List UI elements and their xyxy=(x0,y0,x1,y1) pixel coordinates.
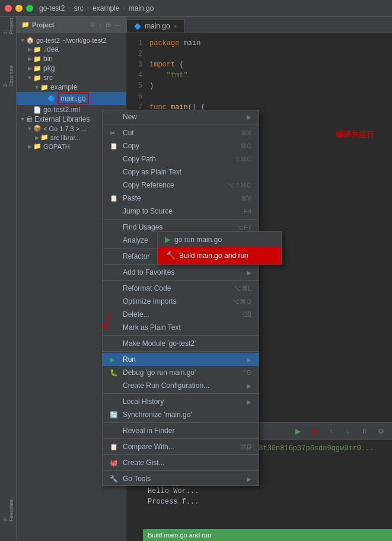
line-num-4: 4 xyxy=(126,70,142,81)
sidebar-icon-favorites[interactable]: 2: Favorites xyxy=(1,503,15,517)
menu-label-analyze: Analyze xyxy=(123,236,148,244)
menu-item-run[interactable]: ▶ Run ▶ xyxy=(103,353,259,366)
tree-item-maingo[interactable]: 🔷 main.go xyxy=(17,92,126,105)
tree-item-example[interactable]: ▼ 📁 example xyxy=(17,82,126,92)
menu-item-favorites[interactable]: Add to Favorites ▶ xyxy=(103,266,259,279)
code-tab-close[interactable]: × xyxy=(174,23,177,30)
scroll-up-button[interactable]: ↑ xyxy=(324,425,337,438)
gist-icon: 🐙 xyxy=(110,459,120,467)
menu-item-go-tools[interactable]: 🔧 Go Tools ▶ xyxy=(103,472,259,485)
menu-item-make-module[interactable]: Make Module 'go-test2' xyxy=(103,337,259,350)
debug-shortcut: ⌃D xyxy=(241,369,251,377)
bottom-toolbar: ▶ ■ ↑ ↓ ⏸ ⚙ xyxy=(291,425,387,438)
submenu-item-build-run[interactable]: 🔨 Build main.go and run xyxy=(158,247,281,264)
menu-label-copy: Copy xyxy=(123,142,139,150)
settings-button[interactable]: ⚙ xyxy=(374,425,387,438)
menu-item-copy-plain[interactable]: Copy as Plain Text xyxy=(103,166,259,179)
menu-item-new[interactable]: New ▶ xyxy=(103,110,259,123)
maximize-button[interactable] xyxy=(26,5,33,12)
srclib-icon: 📁 xyxy=(40,133,49,141)
context-menu: New ▶ ✂ Cut ⌘X 📋 Copy ⌘C Copy Path ⇧⌘C C… xyxy=(102,110,259,486)
arrow-gopath: ▶ xyxy=(26,144,33,149)
menu-item-delete[interactable]: Delete... ⌫ xyxy=(103,308,259,321)
menu-sep-5 xyxy=(103,280,259,281)
menu-item-gist[interactable]: 🐙 Create Gist... xyxy=(103,456,259,469)
paste-shortcut: ⌘V xyxy=(241,195,251,202)
menu-label-sync: Synchronize 'main.go' xyxy=(123,410,192,419)
traffic-lights xyxy=(5,5,33,12)
menu-item-copy[interactable]: 📋 Copy ⌘C xyxy=(103,139,259,152)
tree-item-go-test2[interactable]: ▼ 🏠 go-test2 ~/work/go-test2 xyxy=(17,36,126,44)
example-icon: 📁 xyxy=(40,84,49,91)
menu-item-reveal[interactable]: Reveal in Finder xyxy=(103,424,259,437)
submenu-item-go-run[interactable]: ▶ go run main.go xyxy=(158,232,281,247)
menu-item-create-run[interactable]: Create Run Configuration... ▶ xyxy=(103,379,259,392)
new-arrow: ▶ xyxy=(247,114,251,120)
go173-icon: 📦 xyxy=(33,125,42,132)
optimize-shortcut: ⌥⌘O xyxy=(232,298,251,305)
src-label[interactable]: src xyxy=(74,4,84,12)
menu-item-cut[interactable]: ✂ Cut ⌘X xyxy=(103,126,259,139)
menu-sep-10 xyxy=(103,438,259,439)
arrow-example: ▼ xyxy=(33,84,40,90)
arrow-srclib: ▶ xyxy=(33,135,40,141)
title-bar: go-test2 › src › example › main.go xyxy=(0,0,392,17)
sep3: › xyxy=(123,5,125,11)
create-run-arrow: ▶ xyxy=(247,383,251,389)
collapse-icon[interactable]: — xyxy=(114,21,121,28)
scroll-down-button[interactable]: ↓ xyxy=(341,425,354,438)
menu-item-local-history[interactable]: Local History ▶ xyxy=(103,395,259,408)
example-label[interactable]: example xyxy=(93,4,119,12)
tree-item-bin[interactable]: ▶ 📁 bin xyxy=(17,54,126,63)
arrow-pkg: ▶ xyxy=(26,65,33,71)
code-tab-label: main.go xyxy=(145,22,170,30)
menu-item-sync[interactable]: 🔄 Synchronize 'main.go' xyxy=(103,408,259,421)
line-num-2: 2 xyxy=(126,49,142,59)
maingo-tab-title[interactable]: main.go xyxy=(129,4,154,12)
tree-label-idea: .idea xyxy=(43,45,59,53)
favorites-arrow: ▶ xyxy=(247,269,251,276)
run-button[interactable]: ▶ xyxy=(291,425,304,438)
menu-item-compare[interactable]: 📋 Compare With... ⌘D xyxy=(103,440,259,453)
maingo-icon: 🔷 xyxy=(47,95,56,103)
settings-icon[interactable]: ⚙ xyxy=(90,21,95,28)
pause-button[interactable]: ⏸ xyxy=(358,425,371,438)
sidebar-icon-structure[interactable]: Z-Structure xyxy=(1,69,15,83)
submenu-label-go-run: go run main.go xyxy=(174,236,222,244)
output-process: Process f... xyxy=(148,497,387,507)
project-name[interactable]: go-test2 xyxy=(39,4,65,12)
tree-item-idea[interactable]: ▶ 📁 .idea xyxy=(17,44,126,54)
menu-item-mark-plain[interactable]: Mark as Plain Text xyxy=(103,321,259,334)
menu-item-debug[interactable]: 🐛 Debug 'go run main.go' ⌃D xyxy=(103,366,259,379)
menu-sep-12 xyxy=(103,470,259,471)
menu-item-jump[interactable]: Jump to Source F4 xyxy=(103,205,259,218)
code-tab-maingo[interactable]: 🔷 main.go × xyxy=(126,19,185,33)
menu-item-optimize[interactable]: Optimize Imports ⌥⌘O xyxy=(103,295,259,308)
copy-path-shortcut: ⇧⌘C xyxy=(235,155,251,163)
close-button[interactable] xyxy=(5,5,12,12)
cut-shortcut: ⌘X xyxy=(241,129,251,137)
sidebar-icon-1[interactable]: 1: Project xyxy=(1,19,15,33)
find-shortcut: ⌥F7 xyxy=(236,224,251,231)
menu-label-paste: Paste xyxy=(123,194,141,202)
code-line-4: "fmt" xyxy=(149,70,392,81)
arrow-idea: ▶ xyxy=(26,46,33,52)
arrow-bin: ▶ xyxy=(26,56,33,62)
menu-item-copy-path[interactable]: Copy Path ⇧⌘C xyxy=(103,152,259,166)
project-root-icon: 🏠 xyxy=(26,36,34,44)
menu-item-paste[interactable]: 📋 Paste ⌘V xyxy=(103,192,259,205)
line-num-5: 5 xyxy=(126,81,142,91)
menu-item-copy-ref[interactable]: Copy Reference ⌥⇧⌘C xyxy=(103,179,259,192)
menu-label-debug: Debug 'go run main.go' xyxy=(123,368,196,377)
copy-shortcut: ⌘C xyxy=(240,142,251,150)
run-arrow: ▶ xyxy=(247,357,251,363)
menu-item-reformat[interactable]: Reformat Code ⌥⌘L xyxy=(103,282,259,295)
menu-label-new: New xyxy=(123,113,137,121)
sync-menu-icon: 🔄 xyxy=(110,411,120,419)
minimize-button[interactable] xyxy=(15,5,23,12)
stop-button[interactable]: ■ xyxy=(308,425,321,438)
tree-item-src[interactable]: ▼ 📁 src xyxy=(17,73,126,82)
expand-icon[interactable]: ⊞ xyxy=(106,21,111,28)
tree-item-pkg[interactable]: ▶ 📁 pkg xyxy=(17,63,126,73)
sync-icon[interactable]: ↕ xyxy=(99,21,103,28)
